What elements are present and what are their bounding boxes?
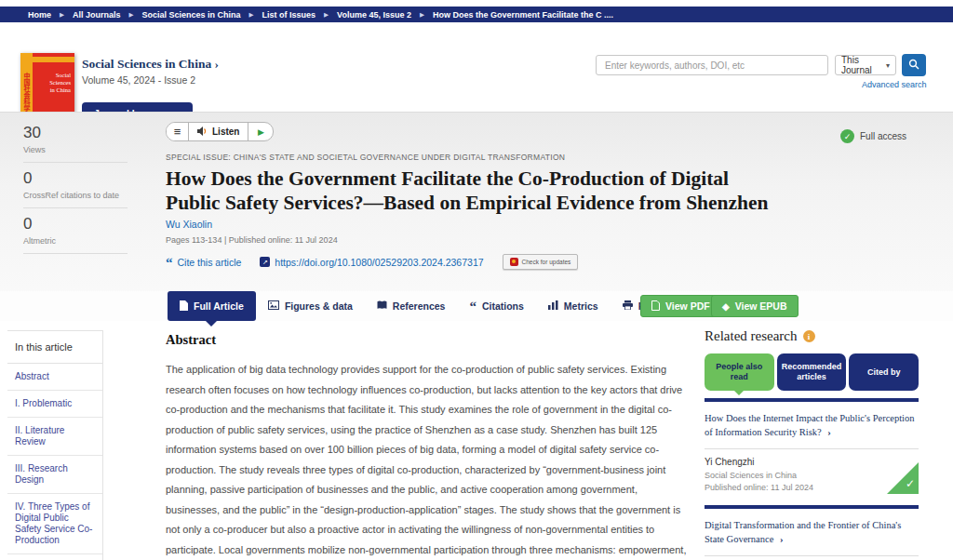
play-button[interactable]: ▶ — [248, 127, 273, 137]
search-scope-value: This Journal — [841, 55, 886, 75]
listen-menu-button[interactable]: ≡ — [167, 123, 189, 140]
toc-item-research-design[interactable]: III. Research Design — [7, 456, 102, 494]
related-item: How Does the Internet Impact the Public'… — [705, 402, 919, 498]
journal-issue[interactable]: Volume 45, 2024 - Issue 2 — [82, 74, 195, 86]
external-link-icon: ↗ — [260, 257, 270, 267]
crossmark-icon — [510, 258, 518, 266]
author-link[interactable]: Wu Xiaolin — [166, 219, 212, 230]
special-issue-label: SPECIAL ISSUE: CHINA'S STATE AND SOCIETA… — [166, 153, 785, 162]
check-icon: ✓ — [906, 477, 915, 490]
advanced-search-link[interactable]: Advanced search — [862, 80, 927, 89]
tab-cited-by[interactable]: Cited by — [849, 353, 919, 391]
book-icon — [377, 300, 387, 312]
image-icon — [268, 300, 279, 312]
play-icon: ▶ — [258, 127, 264, 137]
article-page: { "colors": { "navy": "#1d2d77", "link_b… — [0, 0, 953, 560]
toc-item-abstract[interactable]: Abstract — [7, 364, 102, 391]
toc-item-five[interactable]: V. The Triple — [7, 554, 102, 560]
check-for-updates-button[interactable]: Check for updates — [503, 254, 579, 270]
search-scope-select[interactable]: This Journal ▾ — [835, 55, 896, 75]
hamburger-icon: ≡ — [174, 125, 181, 139]
full-access-indicator: ✓ Full access — [840, 129, 906, 143]
related-item-title-link[interactable]: How Does the Internet Impact the Public'… — [705, 411, 919, 439]
in-this-article-toc: In this article Abstract I. Problematic … — [7, 330, 103, 560]
tab-people-also-read[interactable]: People also read — [705, 353, 774, 391]
view-epub-button[interactable]: ◈ View EPUB — [711, 295, 799, 317]
cite-this-article-link[interactable]: “ Cite this article — [166, 257, 241, 268]
breadcrumb-separator-icon: ▶ — [324, 11, 329, 19]
related-item-divider — [705, 555, 919, 556]
tab-figures-data[interactable]: Figures & data — [256, 291, 365, 321]
toc-item-literature-review[interactable]: II. Literature Review — [7, 418, 102, 456]
check-for-updates-label: Check for updates — [522, 259, 571, 265]
search-icon — [908, 59, 919, 73]
document-icon — [180, 300, 188, 313]
search-button[interactable] — [902, 54, 926, 76]
altmetric-label: Altmetric — [23, 235, 128, 247]
listen-button[interactable]: Listen — [189, 123, 248, 140]
metrics-divider — [23, 207, 128, 208]
doi-link[interactable]: ↗ https://doi.org/10.1080/02529203.2024.… — [260, 257, 483, 268]
related-item-title-link[interactable]: Digital Transformation and the Frontier … — [705, 518, 919, 546]
listen-label: Listen — [212, 127, 239, 137]
quote-icon: “ — [166, 259, 173, 266]
article-title: How Does the Government Facilitate the C… — [166, 167, 769, 215]
quote-icon: “ — [469, 302, 476, 310]
crossref-label: CrossRef citations to date — [23, 190, 128, 201]
journal-title-arrow-icon: › — [215, 57, 220, 71]
article-header: ≡ Listen ▶ SPECIAL ISSUE: CHINA'S STATE … — [166, 122, 785, 270]
tab-full-article[interactable]: Full Article — [168, 291, 256, 321]
bar-chart-icon — [548, 300, 558, 312]
breadcrumb-issue[interactable]: Volume 45, Issue 2 — [337, 10, 411, 20]
tab-citations[interactable]: “ Citations — [457, 291, 535, 321]
breadcrumb-separator-icon: ▶ — [249, 11, 254, 19]
article-metrics: 30 Views 0 CrossRef citations to date 0 … — [23, 124, 128, 260]
info-icon[interactable]: i — [803, 330, 815, 342]
cite-row: “ Cite this article ↗ https://doi.org/10… — [166, 254, 785, 270]
pdf-document-icon — [651, 300, 660, 313]
metrics-divider — [23, 253, 128, 254]
views-count: 30 — [23, 124, 128, 142]
full-access-label: Full access — [860, 131, 906, 141]
related-item-published: Published online: 11 Jul 2024 — [705, 483, 919, 492]
tab-references[interactable]: References — [365, 291, 458, 321]
breadcrumb-separator-icon: ▶ — [129, 11, 134, 19]
article-tabstrip: Full Article Figures & data References “… — [0, 291, 953, 321]
chevron-down-icon: ▾ — [886, 61, 890, 70]
related-item-journal: Social Sciences in China — [705, 471, 919, 480]
journal-header: 中国社会科学 Social Sciences in China Social S… — [0, 22, 953, 112]
related-research-heading: Related research i — [705, 328, 919, 344]
journal-cover-band — [33, 56, 74, 63]
breadcrumb-separator-icon: ▶ — [60, 11, 64, 19]
cite-label: Cite this article — [178, 257, 242, 268]
breadcrumb-current-article: How Does the Government Facilitate the C… — [433, 10, 613, 20]
toc-item-three-types[interactable]: IV. Three Types of Digital Public Safety… — [7, 494, 102, 554]
related-item-author: Yi Chengzhi — [705, 457, 919, 467]
breadcrumb-home[interactable]: Home — [28, 10, 51, 20]
chevron-right-icon: › — [780, 534, 784, 544]
crossref-count: 0 — [23, 169, 128, 188]
breadcrumb-all-journals[interactable]: All Journals — [73, 10, 121, 20]
breadcrumb-separator-icon: ▶ — [420, 11, 424, 19]
views-label: Views — [23, 144, 128, 155]
related-item-divider — [705, 448, 919, 449]
speaker-icon — [197, 127, 208, 138]
publication-info: Pages 113-134 | Published online: 11 Jul… — [166, 235, 785, 245]
search-input[interactable] — [596, 55, 828, 75]
printer-icon — [623, 300, 633, 312]
toc-item-problematic[interactable]: I. Problematic — [7, 391, 102, 418]
doi-url: https://doi.org/10.1080/02529203.2024.23… — [275, 257, 483, 268]
breadcrumb-list-of-issues[interactable]: List of Issues — [262, 10, 316, 20]
chevron-right-icon: › — [827, 427, 831, 437]
journal-title-link[interactable]: Social Sciences in China › — [82, 57, 219, 72]
abstract-heading: Abstract — [166, 332, 687, 348]
abstract-section: Abstract The application of big data tec… — [166, 332, 687, 560]
check-circle-icon: ✓ — [840, 129, 854, 143]
tab-metrics[interactable]: Metrics — [536, 291, 611, 321]
view-pdf-button[interactable]: View PDF — [640, 295, 721, 317]
related-item: Digital Transformation and the Frontier … — [705, 509, 919, 560]
breadcrumb-journal[interactable]: Social Sciences in China — [142, 10, 241, 20]
tab-recommended-articles[interactable]: Recommended articles — [777, 353, 847, 391]
toc-title: In this article — [7, 330, 102, 364]
abstract-text: The application of big data technology p… — [166, 360, 687, 560]
